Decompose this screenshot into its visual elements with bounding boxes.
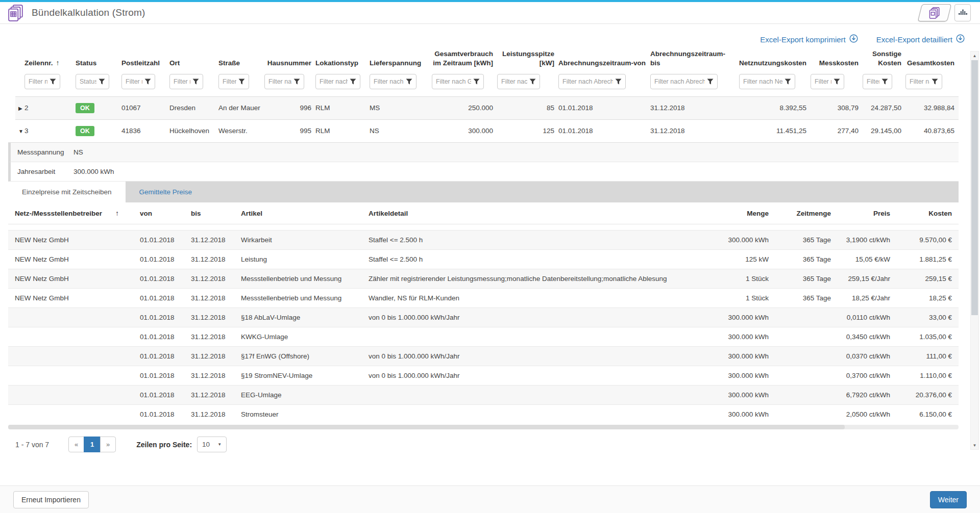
filter-funnel-icon[interactable] (406, 79, 412, 85)
filter-input-lieferspannung[interactable] (374, 78, 404, 85)
col-header-lokationstyp[interactable]: Lokationstyp (315, 47, 370, 73)
tab-einzelpreise[interactable]: Einzelpreise mit Zeitscheiben (8, 182, 126, 202)
filter-funnel-icon[interactable] (473, 79, 480, 85)
cell-bis: 31.12.2018 (184, 250, 234, 269)
col-header-nr[interactable]: Zeilennr.↑ (24, 47, 76, 73)
inner-col-header-von[interactable]: von (133, 202, 184, 224)
col-header-abr_bis[interactable]: Abrechnungszeitraum-bis (650, 47, 739, 73)
stacked-sheets-icon (929, 7, 940, 19)
filter-input-ort[interactable] (174, 78, 190, 85)
filter-input-nr[interactable] (29, 78, 47, 85)
filter-input-messkosten[interactable] (815, 78, 831, 85)
reimport-button[interactable]: Erneut Importieren (13, 491, 89, 508)
horizontal-scrollbar[interactable] (8, 425, 959, 429)
vertical-scrollbar[interactable]: ▲ ▼ (970, 51, 979, 450)
page-1-button[interactable]: 1 (84, 437, 101, 452)
filter-funnel-icon[interactable] (293, 79, 300, 85)
filter-funnel-icon[interactable] (881, 79, 888, 85)
filter-cell-ort (169, 73, 218, 97)
col-header-abr_von[interactable]: Abrechnungszeitraum-von (558, 47, 650, 73)
col-header-verbrauch[interactable]: Gesamtverbrauch im Zeitraum [kWh] (432, 47, 497, 73)
horizontal-scrollbar-thumb[interactable] (8, 425, 845, 429)
cell-kosten: 18,25 € (897, 289, 959, 308)
inner-col-header-bis[interactable]: bis (184, 202, 234, 224)
cell-von: 01.01.2018 (133, 386, 184, 405)
col-header-netznutzung[interactable]: Netznutzungskosten (739, 47, 811, 73)
inner-col-header-artikel[interactable]: Artikel (234, 202, 362, 224)
cell-artikeldetail: von 0 bis 1.000.000 kWh/Jahr (362, 308, 648, 327)
cell-menge: 300.000 kWh (648, 230, 775, 250)
col-header-sonstige[interactable]: Sonstige Kosten (863, 47, 905, 73)
filter-input-netznutzung[interactable] (743, 78, 782, 85)
cell-hausnummer: 995 (264, 120, 315, 143)
col-header-status[interactable]: Status (76, 47, 121, 73)
rows-per-page-select[interactable]: 10 ▼ (197, 437, 227, 452)
filter-input-gesamt[interactable] (910, 78, 929, 85)
filter-funnel-icon[interactable] (238, 79, 245, 85)
weiter-button[interactable]: Weiter (930, 491, 967, 508)
filter-funnel-icon[interactable] (50, 79, 56, 85)
inner-col-header-artikeldetail[interactable]: Artikeldetail (362, 202, 648, 224)
prev-page-button[interactable]: « (68, 437, 84, 452)
filter-funnel-icon[interactable] (144, 79, 151, 85)
cell-spitze: 85 (497, 97, 558, 120)
col-header-hausnummer[interactable]: Hausnummer (264, 47, 315, 73)
filter-input-hausnummer[interactable] (268, 78, 291, 85)
inner-col-header-kosten[interactable]: Kosten (897, 202, 959, 224)
col-header-ort[interactable]: Ort (169, 47, 218, 73)
filter-cell-verbrauch (432, 73, 497, 97)
filter-input-strasse[interactable] (223, 78, 236, 85)
filter-funnel-icon[interactable] (834, 79, 840, 85)
inner-col-header-zeitmenge[interactable]: Zeitmenge (775, 202, 838, 224)
filter-funnel-icon[interactable] (932, 79, 938, 85)
col-header-label: Lokationstyp (315, 59, 358, 67)
filter-input-plz[interactable] (126, 78, 142, 85)
expand-row-icon[interactable]: ▶ (18, 106, 22, 111)
inner-col-header-label: bis (191, 210, 201, 217)
scroll-down-arrow-icon[interactable]: ▼ (971, 441, 978, 449)
cell-artikel: EEG-Umlage (234, 386, 362, 405)
excel-export-compressed-link[interactable]: Excel-Export komprimiert (760, 34, 858, 44)
filter-input-spitze[interactable] (501, 78, 527, 85)
collapse-row-icon[interactable]: ▼ (18, 129, 23, 134)
col-header-label: Ort (169, 59, 180, 67)
filter-funnel-icon[interactable] (707, 79, 714, 85)
filter-funnel-icon[interactable] (192, 79, 199, 85)
col-header-strasse[interactable]: Straße (218, 47, 264, 73)
inner-col-header-betreiber[interactable]: Netz-/Messstellenbetreiber↑ (8, 202, 133, 224)
cell-artikel: Messstellenbetrieb und Messung (234, 289, 362, 308)
cell-abr_bis: 31.12.2018 (650, 97, 739, 120)
filter-funnel-icon[interactable] (615, 79, 622, 85)
excel-export-detailed-link[interactable]: Excel-Export detailliert (876, 34, 965, 44)
cell-kosten: 111,00 € (897, 347, 959, 366)
filter-input-status[interactable] (80, 78, 96, 85)
filter-nr (24, 74, 60, 89)
col-header-spitze[interactable]: Leistungsspitze [kW] (497, 47, 558, 73)
inner-col-header-preis[interactable]: Preis (838, 202, 897, 224)
col-header-gesamt[interactable]: Gesamtkosten (905, 47, 959, 73)
filter-input-sonstige[interactable] (867, 78, 879, 85)
col-header-label: Status (76, 59, 96, 67)
cell-artikel: Messstellenbetrieb und Messung (234, 269, 362, 289)
filter-funnel-icon[interactable] (350, 79, 356, 85)
inner-col-header-menge[interactable]: Menge (648, 202, 775, 224)
tab-gemittelte-preise[interactable]: Gemittelte Preise (126, 182, 206, 202)
filter-input-lokationstyp[interactable] (320, 78, 348, 85)
sheet-view-button[interactable] (918, 4, 951, 21)
chart-view-button[interactable] (954, 4, 971, 21)
filter-input-verbrauch[interactable] (436, 78, 471, 85)
filter-funnel-icon[interactable] (529, 79, 536, 85)
cell-kosten: 1.035,00 € (897, 327, 959, 347)
vertical-scrollbar-thumb[interactable] (971, 60, 978, 315)
filter-funnel-icon[interactable] (785, 79, 791, 85)
spacer-cell (8, 224, 959, 230)
scroll-up-arrow-icon[interactable]: ▲ (971, 52, 978, 60)
col-header-messkosten[interactable]: Messkosten (811, 47, 863, 73)
col-header-lieferspannung[interactable]: Lieferspannung (370, 47, 432, 73)
next-page-button[interactable]: » (100, 437, 116, 452)
filter-input-abr_von[interactable] (562, 78, 613, 85)
col-header-plz[interactable]: Postleitzahl (121, 47, 169, 73)
filter-funnel-icon[interactable] (99, 79, 105, 85)
filter-input-abr_bis[interactable] (654, 78, 705, 85)
cell-menge: 1 Stück (648, 289, 775, 308)
